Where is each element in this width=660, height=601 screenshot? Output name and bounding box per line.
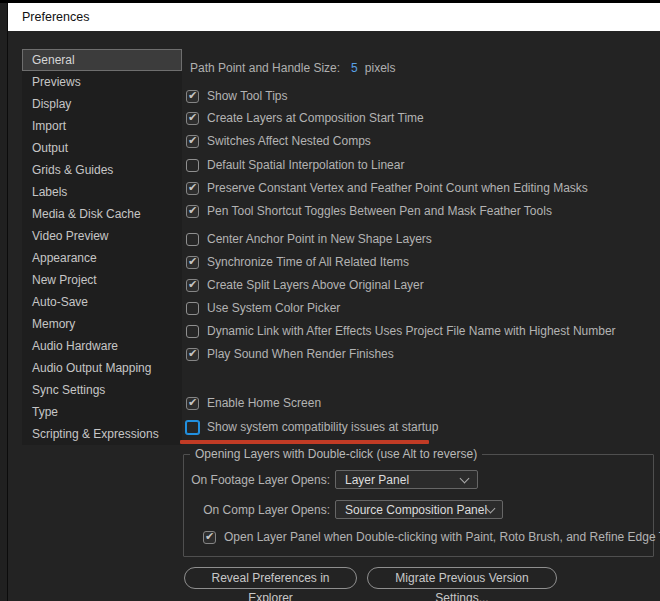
checkbox-label: Dynamic Link with After Effects Uses Pro… [207, 324, 616, 338]
sidebar-item-output[interactable]: Output [22, 137, 182, 159]
sidebar-item-new-project[interactable]: New Project [22, 269, 182, 291]
sidebar-item-video-preview[interactable]: Video Preview [22, 225, 182, 247]
sidebar-item-memory[interactable]: Memory [22, 313, 182, 335]
background-app-strip [0, 3, 8, 601]
checkbox-label: Show system compatibility issues at star… [207, 420, 438, 434]
checkbox-label: Pen Tool Shortcut Toggles Between Pen an… [207, 204, 552, 218]
checkbox-play-sound[interactable] [186, 348, 199, 361]
checkbox-create-layers[interactable] [186, 112, 199, 125]
comp-layer-opens-dropdown[interactable]: Source Composition Panel [335, 500, 503, 519]
path-point-size-label: Path Point and Handle Size: [190, 61, 340, 75]
pref-row-center-anchor: Center Anchor Point in New Shape Layers [186, 231, 432, 247]
checkbox-preserve-vertex[interactable] [186, 182, 199, 195]
sidebar-item-display[interactable]: Display [22, 93, 182, 115]
sidebar-item-appearance[interactable]: Appearance [22, 247, 182, 269]
pref-row-play-sound: Play Sound When Render Finishes [186, 346, 394, 362]
sidebar-item-sync-settings[interactable]: Sync Settings [22, 379, 182, 401]
comp-layer-opens-label: On Comp Layer Opens: [183, 501, 330, 520]
pref-row-synchronize-time: Synchronize Time of All Related Items [186, 254, 409, 270]
preferences-category-list: General Previews Display Import Output G… [22, 49, 182, 445]
sidebar-item-media-disk-cache[interactable]: Media & Disk Cache [22, 203, 182, 225]
pref-row-preserve-vertex: Preserve Constant Vertex and Feather Poi… [186, 180, 588, 196]
checkbox-label: Play Sound When Render Finishes [207, 347, 394, 361]
pref-row-open-layer-panel: Open Layer Panel when Double-clicking wi… [203, 529, 660, 545]
migrate-settings-button[interactable]: Migrate Previous Version Settings... [367, 567, 557, 589]
pref-row-show-compatibility: Show system compatibility issues at star… [186, 419, 438, 435]
checkbox-open-layer-panel[interactable] [203, 531, 216, 544]
checkbox-pen-tool-shortcut[interactable] [186, 205, 199, 218]
sidebar-item-import[interactable]: Import [22, 115, 182, 137]
sidebar-item-previews[interactable]: Previews [22, 71, 182, 93]
checkbox-label: Use System Color Picker [207, 301, 340, 315]
checkbox-label: Create Layers at Composition Start Time [207, 111, 424, 125]
checkbox-label: Synchronize Time of All Related Items [207, 255, 409, 269]
reveal-preferences-button[interactable]: Reveal Preferences in Explorer [184, 567, 357, 589]
pref-row-show-tool-tips: Show Tool Tips [186, 88, 288, 104]
chevron-down-icon [486, 503, 496, 513]
checkbox-label: Preserve Constant Vertex and Feather Poi… [207, 181, 588, 195]
checkbox-create-split-layers[interactable] [186, 279, 199, 292]
pref-row-switches-nested: Switches Affect Nested Comps [186, 133, 371, 149]
footage-layer-opens-label: On Footage Layer Opens: [183, 471, 330, 490]
checkbox-show-compatibility[interactable] [186, 421, 199, 434]
sidebar-item-scripting-expressions[interactable]: Scripting & Expressions [22, 423, 182, 445]
red-underline-annotation [180, 440, 429, 444]
checkbox-label: Switches Affect Nested Comps [207, 134, 371, 148]
sidebar-item-grids-guides[interactable]: Grids & Guides [22, 159, 182, 181]
checkbox-switches-nested[interactable] [186, 135, 199, 148]
path-point-size-value[interactable]: 5 [351, 61, 358, 75]
opening-layers-group-title: Opening Layers with Double-click (use Al… [190, 447, 482, 461]
chevron-down-icon [460, 473, 470, 483]
checkbox-show-tool-tips[interactable] [186, 90, 199, 103]
checkbox-label: Default Spatial Interpolation to Linear [207, 158, 404, 172]
checkbox-default-spatial[interactable] [186, 159, 199, 172]
sidebar-item-labels[interactable]: Labels [22, 181, 182, 203]
checkbox-synchronize-time[interactable] [186, 256, 199, 269]
footage-layer-opens-dropdown[interactable]: Layer Panel [335, 470, 478, 489]
sidebar-item-audio-hardware[interactable]: Audio Hardware [22, 335, 182, 357]
pref-row-pen-tool-shortcut: Pen Tool Shortcut Toggles Between Pen an… [186, 203, 552, 219]
path-point-size-unit: pixels [365, 61, 396, 75]
checkbox-label: Enable Home Screen [207, 396, 321, 410]
dialog-titlebar: Preferences [8, 3, 660, 31]
pref-row-system-color-picker: Use System Color Picker [186, 300, 340, 316]
sidebar-item-audio-output-mapping[interactable]: Audio Output Mapping [22, 357, 182, 379]
checkbox-enable-home-screen[interactable] [186, 397, 199, 410]
checkbox-label: Open Layer Panel when Double-clicking wi… [224, 530, 660, 544]
pref-row-default-spatial: Default Spatial Interpolation to Linear [186, 157, 404, 173]
pref-row-create-layers: Create Layers at Composition Start Time [186, 110, 424, 126]
sidebar-item-auto-save[interactable]: Auto-Save [22, 291, 182, 313]
checkbox-system-color-picker[interactable] [186, 302, 199, 315]
pref-row-dynamic-link: Dynamic Link with After Effects Uses Pro… [186, 323, 616, 339]
checkbox-label: Center Anchor Point in New Shape Layers [207, 232, 432, 246]
checkbox-center-anchor[interactable] [186, 233, 199, 246]
path-point-size-row: Path Point and Handle Size:5pixels [190, 60, 395, 76]
checkbox-dynamic-link[interactable] [186, 325, 199, 338]
sidebar-item-general[interactable]: General [22, 49, 182, 71]
checkbox-label: Create Split Layers Above Original Layer [207, 278, 424, 292]
footage-layer-opens-value: Layer Panel [345, 473, 409, 487]
dialog-title: Preferences [22, 10, 89, 24]
preferences-dialog: Preferences General Previews Display Imp… [0, 0, 660, 601]
pref-row-create-split-layers: Create Split Layers Above Original Layer [186, 277, 424, 293]
sidebar-item-type[interactable]: Type [22, 401, 182, 423]
comp-layer-opens-value: Source Composition Panel [345, 503, 487, 517]
pref-row-enable-home-screen: Enable Home Screen [186, 395, 321, 411]
checkbox-label: Show Tool Tips [207, 89, 288, 103]
